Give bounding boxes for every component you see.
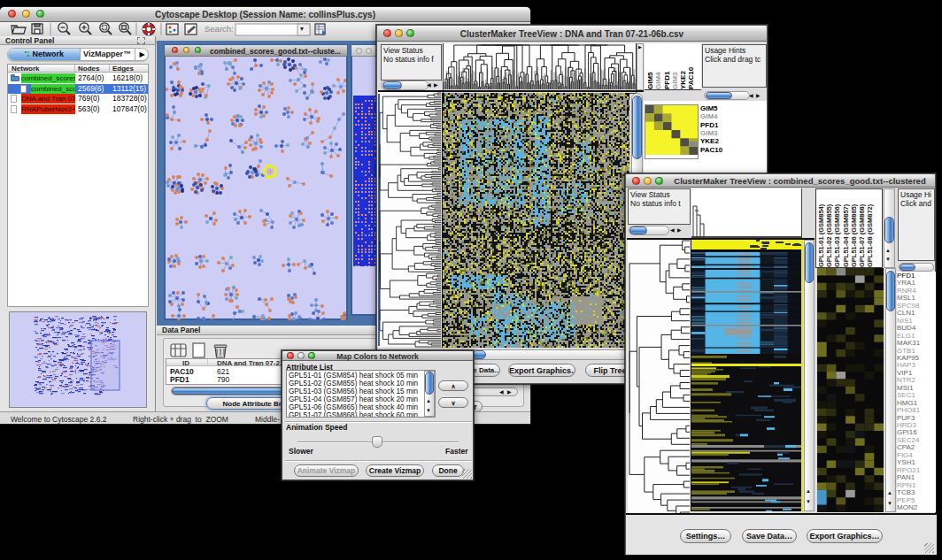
svg-text:Search:: Search: — [205, 24, 234, 34]
